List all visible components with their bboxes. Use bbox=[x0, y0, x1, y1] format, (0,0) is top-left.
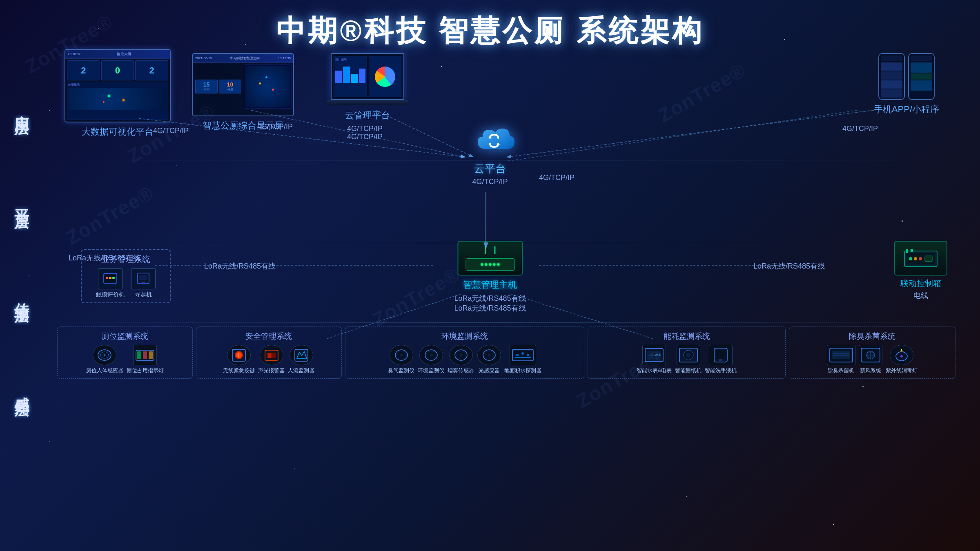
soap-machine-label: 智能洗手液机 bbox=[705, 367, 737, 374]
soap-machine: 智能洗手液机 bbox=[705, 345, 737, 374]
mgmt-system-title: 业务管理系统 bbox=[88, 254, 163, 265]
conn-lora-below-right: LoRa无线/RS485有线 bbox=[454, 303, 526, 313]
control-box-container: 联动控制箱 电线 bbox=[894, 241, 947, 300]
guide-machine-icon bbox=[131, 268, 156, 289]
platform-layer-label: 平台层 bbox=[11, 155, 31, 249]
conn-lora-right: LoRa无线/RS485有线 bbox=[753, 261, 825, 271]
guide-machine: 寻趣机 bbox=[131, 268, 156, 298]
led-5 bbox=[497, 263, 499, 266]
cloud-platform: 云平台 4G/TCP/IP bbox=[461, 122, 519, 186]
led-1 bbox=[481, 263, 483, 266]
svg-point-31 bbox=[104, 354, 105, 356]
env-sensor-label: 环境监测仪 bbox=[418, 367, 444, 374]
sterilizer: 除臭杀菌机 bbox=[827, 345, 855, 374]
svg-point-13 bbox=[106, 277, 108, 279]
phone-group bbox=[878, 53, 935, 100]
energy-items: m³ kWh 智能水表&电表 智能厕纸机 bbox=[593, 345, 780, 374]
antenna-2 bbox=[494, 246, 495, 254]
led-3 bbox=[489, 263, 491, 266]
env-monitor-title: 环境监测系统 bbox=[350, 331, 579, 342]
svg-line-1 bbox=[139, 118, 466, 157]
app-layer-label: 应用层 bbox=[11, 61, 31, 155]
odor-label: 臭气监测仪 bbox=[388, 367, 414, 374]
smart-host-icon bbox=[457, 241, 523, 276]
svg-point-60 bbox=[516, 354, 519, 356]
cloud-mgmt-platform: 统计图表 bbox=[327, 53, 408, 122]
mobile-app-platform: 手机APP/小程序 bbox=[874, 53, 939, 116]
fresh-air: 新风系统 bbox=[859, 345, 882, 374]
conn-label-big-data: 4G/TCP/IP bbox=[153, 127, 189, 135]
conn-lora-below-left: LoRa无线/RS485有线 bbox=[454, 293, 526, 303]
sterilizer-icon bbox=[827, 345, 855, 365]
toilet-monitor-group: 厕位监测系统 厕位人体感应器 bbox=[57, 327, 193, 379]
phone-2 bbox=[908, 53, 935, 100]
water-detector-icon bbox=[510, 345, 536, 365]
conn-wire: 电线 bbox=[913, 291, 928, 300]
big-data-platform: 23:18:37 监控大屏 2 0 2 地图视图 bbox=[65, 49, 171, 138]
svg-rect-26 bbox=[906, 249, 908, 253]
deodorize-items: 除臭杀菌机 新风系统 bbox=[794, 345, 950, 374]
alarm-device: 声光报警器 bbox=[258, 345, 285, 374]
svg-text:kWh: kWh bbox=[655, 353, 661, 357]
cloud-label: 云平台 bbox=[474, 162, 506, 176]
divider-2 bbox=[45, 243, 968, 243]
display-screen-content: 2021-06-19 中期科技智慧卫生间 13:17:35 15 空闲 10 使… bbox=[193, 54, 293, 116]
conn-lora-center-left: LoRa无线/RS485有线 bbox=[204, 261, 276, 271]
led-4 bbox=[493, 263, 495, 266]
svg-rect-77 bbox=[832, 351, 850, 359]
watermark-text-4: ZonTree® bbox=[368, 263, 464, 331]
display-screen-frame: 2021-06-19 中期科技智慧卫生间 13:17:35 15 空闲 10 使… bbox=[192, 53, 294, 116]
light-sensor-label: 光感应器 bbox=[479, 367, 500, 374]
pir-sensor: 厕位人体感应器 bbox=[86, 345, 123, 374]
flow-monitor-icon bbox=[290, 345, 313, 365]
svg-rect-34 bbox=[143, 351, 147, 359]
svg-point-71 bbox=[686, 353, 691, 358]
layer-labels: 应用层 平台层 传输层 感知层 bbox=[11, 61, 31, 437]
transmission-layer-label: 传输层 bbox=[11, 249, 31, 343]
conn-label-mobile: 4G/TCP/IP bbox=[842, 124, 878, 133]
sterilizer-label: 除臭杀菌机 bbox=[828, 367, 854, 374]
mgmt-devices: 触摸评价机 寻趣机 bbox=[88, 268, 163, 298]
svg-rect-25 bbox=[925, 256, 932, 262]
smart-meter-icon: m³ kWh bbox=[642, 345, 666, 365]
paper-machine-label: 智能厕纸机 bbox=[675, 367, 702, 374]
smart-host-label: 智慧管理主机 bbox=[463, 279, 517, 291]
odor-sensor: 臭气监测仪 bbox=[388, 345, 414, 374]
paper-machine-icon bbox=[677, 345, 700, 365]
safety-mgmt-group: 安全管理系统 ! 无线紧急按键 bbox=[196, 327, 342, 379]
flow-label: 人流监测器 bbox=[288, 367, 314, 374]
control-box-label: 联动控制箱 bbox=[900, 278, 941, 289]
svg-point-47 bbox=[400, 353, 403, 357]
page-title: 中期®科技 智慧公厕 系统架构 bbox=[0, 0, 980, 51]
fresh-air-label: 新风系统 bbox=[860, 367, 881, 374]
svg-point-53 bbox=[459, 353, 463, 357]
led-2 bbox=[485, 263, 487, 266]
laptop-base bbox=[327, 100, 408, 105]
conn-label-center: 4G/TCP/IP bbox=[347, 133, 383, 141]
big-data-header: 23:18:37 监控大屏 bbox=[65, 50, 170, 59]
svg-line-4 bbox=[506, 110, 874, 157]
svg-point-15 bbox=[112, 277, 115, 279]
env-sensor: 环境监测仪 bbox=[418, 345, 444, 374]
control-box-icon bbox=[894, 241, 947, 276]
water-detector-label: 地面积水探测器 bbox=[504, 367, 541, 374]
router-body bbox=[466, 258, 514, 271]
svg-rect-27 bbox=[911, 249, 913, 252]
deodorize-group: 除臭杀菌系统 除臭杀菌机 bbox=[789, 327, 956, 379]
energy-monitor-group: 能耗监测系统 m³ kWh 智能水表&电表 bbox=[588, 327, 786, 379]
indicator-light: 厕位占用指示灯 bbox=[127, 345, 164, 374]
fresh-air-icon bbox=[859, 345, 882, 365]
svg-rect-42 bbox=[267, 353, 272, 358]
svg-text:!: ! bbox=[238, 353, 240, 358]
light-icon bbox=[477, 345, 501, 365]
smart-meter: m³ kWh 智能水表&电表 bbox=[637, 345, 672, 374]
mgmt-system-container: 业务管理系统 触摸评价机 bbox=[69, 249, 140, 263]
watermark-text-3: ZonTree® bbox=[62, 181, 158, 249]
svg-rect-35 bbox=[149, 351, 153, 359]
env-icon bbox=[419, 345, 443, 365]
svg-rect-74 bbox=[719, 359, 722, 361]
touch-evaluator-label: 触摸评价机 bbox=[96, 291, 125, 298]
light-sensor: 光感应器 bbox=[477, 345, 501, 374]
uv-label: 紫外线消毒灯 bbox=[886, 367, 918, 374]
svg-rect-73 bbox=[716, 350, 726, 359]
